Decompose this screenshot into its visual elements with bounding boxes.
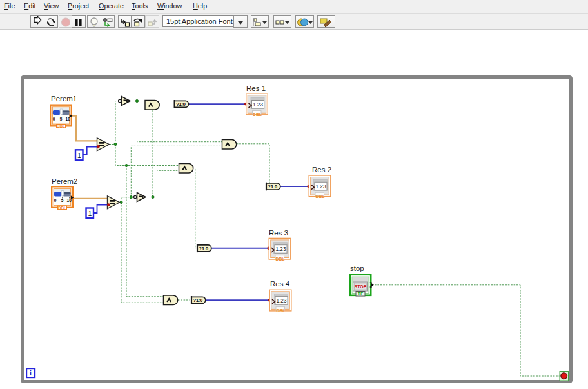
svg-text:Res 1: Res 1 (246, 85, 266, 92)
svg-text:STOP: STOP (355, 284, 367, 289)
svg-text:stop: stop (350, 264, 364, 272)
svg-text:i: i (30, 369, 32, 377)
svg-text:1: 1 (77, 152, 81, 159)
svg-text:Perem1: Perem1 (51, 95, 77, 103)
svg-text:1: 1 (88, 210, 92, 217)
svg-text:Res 4: Res 4 (270, 280, 290, 288)
svg-text:Perem2: Perem2 (52, 177, 77, 185)
svg-text:Res 2: Res 2 (312, 166, 331, 174)
svg-text:TF: TF (358, 292, 364, 296)
svg-text:Res 3: Res 3 (269, 229, 288, 237)
